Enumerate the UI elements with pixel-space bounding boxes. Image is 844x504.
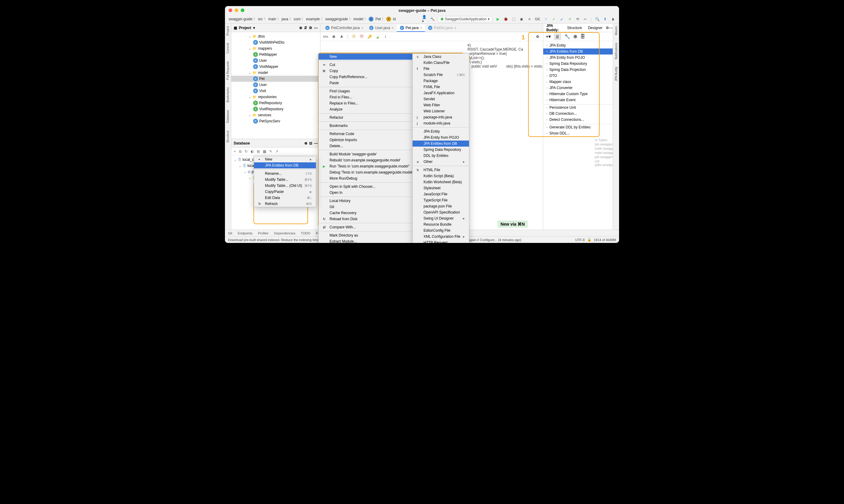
db-edit-icon[interactable]: ✎ — [269, 149, 272, 154]
select-opened-icon[interactable]: ⊕ — [299, 26, 302, 30]
jpa-target-icon[interactable]: ⊕ — [573, 34, 577, 39]
left-stripe: ProjectCommitPull RequestsBookmarksDatab… — [225, 24, 231, 230]
run-icon[interactable]: ▶ — [495, 17, 500, 21]
push-icon[interactable]: ↗ — [567, 17, 572, 21]
hammer-icon[interactable]: 🔨 — [430, 17, 435, 21]
new-badge: New via ⌘N — [498, 220, 528, 228]
navigation-bar: swagger-guide〉src〉main〉java〉com〉example〉… — [225, 15, 619, 24]
right-stripe: MavenNotificationsJPA Buddy — [613, 24, 619, 230]
git-label: Git: — [535, 17, 540, 21]
project-panel-header: ▦ Project▾ ⊕ ⇵ ⚙ — — [231, 24, 320, 32]
profiler-icon[interactable]: ◉ — [519, 17, 524, 21]
db-settings-icon[interactable]: ⊕ — [304, 141, 307, 145]
designer-tab[interactable]: Designer — [585, 24, 605, 32]
project-tree[interactable]: ⌄📁dtosCVisitWithPetDto⌄📁mappersIPetMappe… — [231, 32, 320, 139]
jpa-add-icon[interactable]: +▾ — [546, 34, 551, 39]
titlebar: swagger-guide – Pet.java — [225, 6, 619, 15]
readonly-icon[interactable]: 🔓 — [587, 238, 591, 242]
editor-toolbar: DDL ⊕ ⋔ | ⓐ ⓜ 🔑 🍃 ↕ ⚙ — [321, 32, 543, 41]
jpa-hide-icon[interactable]: — — [609, 25, 613, 30]
encoding[interactable]: UTF-8 — [575, 238, 585, 242]
jpa-chart-icon[interactable]: ⫼ — [554, 33, 561, 40]
jpa-db-icon[interactable]: 🗄 — [580, 34, 585, 39]
stop-icon[interactable]: ■ — [527, 17, 532, 21]
window-title: swagger-guide – Pet.java — [225, 8, 619, 13]
structure-tab[interactable]: Structure — [564, 24, 585, 32]
rollback-icon[interactable]: ⤺ — [583, 17, 588, 21]
db-jump-icon[interactable]: ↗ — [275, 149, 278, 154]
commit-icon[interactable]: ✓ — [551, 17, 556, 21]
gear-icon[interactable]: ⚙ — [309, 26, 312, 30]
hide-icon[interactable]: — — [314, 26, 318, 30]
jpa-tree[interactable]: ▫JPA Entity▫JPA Entities from DB▫JPA Ent… — [543, 41, 613, 230]
breadcrumbs[interactable]: swagger-guide〉src〉main〉java〉com〉example〉… — [228, 16, 421, 21]
branch-icon[interactable]: ⑂ — [544, 17, 548, 21]
editor-tabs: CPetController.java×CUser.java×CPet.java… — [321, 24, 543, 32]
context-menu[interactable]: New▸✂Cut⌘X⧉Copy⌘CCopy Path/Reference...P… — [318, 53, 428, 243]
jpa-wrench-icon[interactable]: 🔧 — [564, 34, 570, 39]
memory[interactable]: 1614 of 4048M — [594, 238, 616, 242]
ddl-icon[interactable]: DDL — [324, 34, 328, 39]
key-icon[interactable]: 🔑 — [367, 34, 372, 39]
jpa-buddy-header: JPA Buddy: Structure Designer ⚙ — — [543, 24, 613, 32]
db-diagram-icon[interactable]: ⊞ — [257, 149, 260, 154]
user-icon[interactable]: 👤▾ — [422, 17, 427, 21]
a-icon[interactable]: ⓐ — [351, 34, 356, 39]
db-hide-icon[interactable]: ⊟ — [309, 141, 312, 145]
leaf-icon[interactable]: 🍃 — [375, 34, 380, 39]
debug-icon[interactable]: 🐞 — [503, 17, 508, 21]
db-stop-icon[interactable]: ◐ — [251, 149, 254, 154]
db-context-menu[interactable]: +New▸JPA Entities from DBRename...⇧F6Mod… — [254, 156, 316, 207]
db-close-icon[interactable]: — — [314, 141, 318, 145]
search-icon[interactable]: 🔍 — [595, 17, 600, 21]
run-configuration[interactable]: ⬢SwaggerGuideApplication▾ — [438, 16, 492, 22]
history-icon[interactable]: ⟲ — [575, 17, 580, 21]
jpa-buddy-label: JPA Buddy: — [543, 24, 564, 32]
db-refresh-icon[interactable]: ↻ — [245, 149, 248, 154]
link-icon[interactable]: ↕ — [383, 34, 388, 39]
sync-icon[interactable]: ⬆ — [603, 17, 607, 21]
m-icon[interactable]: ⓜ — [359, 34, 364, 39]
db-copy-icon[interactable]: ⧉ — [239, 149, 242, 154]
jpa-gear-icon[interactable]: ⚙ — [605, 25, 609, 30]
ide-icon[interactable]: ◗ — [610, 17, 616, 21]
structure-icon[interactable]: ⋔ — [339, 34, 344, 39]
new-submenu[interactable]: cJava ClassKotlin Class/FilefFileScratch… — [412, 53, 469, 243]
database-panel-header: Database ⊕ ⊟ — — [231, 139, 320, 147]
expand-icon[interactable]: ⇵ — [304, 26, 307, 30]
coverage-icon[interactable]: ⬚ — [511, 17, 516, 21]
db-add-icon[interactable]: + — [234, 149, 236, 154]
db-table-icon[interactable]: ▦ — [263, 149, 266, 154]
annotation-1: 1 — [521, 34, 525, 41]
editor-gear-icon[interactable]: ⚙ — [535, 34, 540, 39]
add-attr-icon[interactable]: ⊕ — [331, 34, 336, 39]
project-icon: ▦ — [234, 26, 237, 30]
update-icon[interactable]: ↙ — [559, 17, 564, 21]
